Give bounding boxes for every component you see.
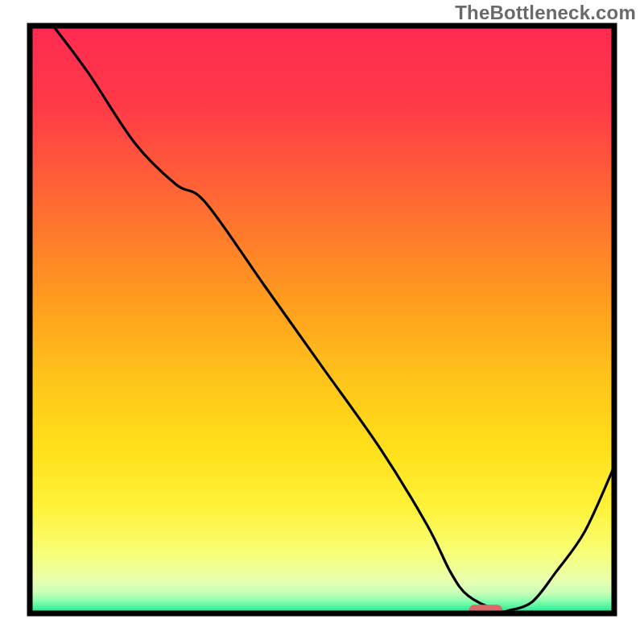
bottleneck-chart: [0, 0, 644, 644]
chart-stage: TheBottleneck.com: [0, 0, 644, 644]
watermark-text: TheBottleneck.com: [455, 2, 636, 24]
gradient-fill: [30, 26, 614, 613]
